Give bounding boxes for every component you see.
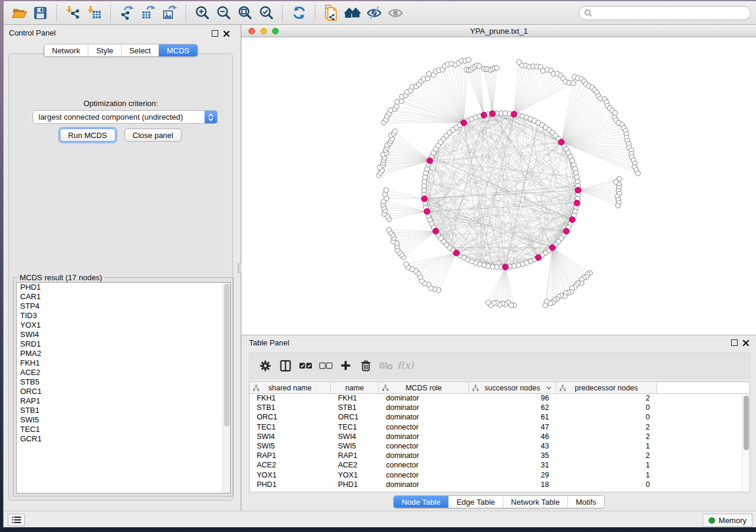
- table-cell-mcds-role[interactable]: dominator: [379, 451, 469, 461]
- table-cell-name[interactable]: SWI5: [331, 442, 379, 451]
- save-session-button[interactable]: [31, 4, 49, 22]
- zoom-selected-button[interactable]: [257, 4, 275, 22]
- table-cell-shared-name[interactable]: RAP1: [250, 451, 331, 461]
- table-row[interactable]: YOX1YOX1connector291: [250, 471, 749, 480]
- network-canvas[interactable]: [241, 37, 756, 335]
- mcds-hub-node[interactable]: [574, 200, 580, 206]
- table-cell-shared-name[interactable]: STB1: [250, 403, 331, 413]
- delete-column-button[interactable]: [356, 356, 376, 375]
- network-graph[interactable]: [241, 37, 756, 335]
- table-cell-name[interactable]: FKH1: [331, 394, 379, 403]
- table-settings-button[interactable]: [255, 356, 275, 375]
- table-cell-shared-name[interactable]: FKH1: [250, 394, 331, 403]
- table-cell-shared-name[interactable]: YOX1: [250, 471, 331, 480]
- column-header-shared-name[interactable]: shared name: [250, 382, 331, 393]
- select-all-columns-button[interactable]: [295, 356, 315, 375]
- zoom-out-button[interactable]: [215, 4, 232, 22]
- mcds-hub-node[interactable]: [454, 250, 460, 256]
- table-row[interactable]: ORC1ORC1dominator610: [250, 413, 749, 422]
- float-panel-icon[interactable]: [212, 30, 218, 37]
- table-cell-name[interactable]: PHD1: [331, 480, 379, 490]
- open-file-button[interactable]: [10, 4, 28, 22]
- mcds-hub-node[interactable]: [535, 255, 541, 261]
- table-cell-mcds-role[interactable]: dominator: [379, 403, 469, 413]
- tab-network-table[interactable]: Network Table: [503, 496, 567, 508]
- mcds-result-item[interactable]: RAP1: [17, 396, 230, 406]
- mcds-result-list[interactable]: PHD1CAR1STP4TID3YOX1SWI4SRD1PMA2FKH1ACE2…: [16, 282, 231, 493]
- mcds-hub-node[interactable]: [461, 120, 467, 126]
- mcds-hub-node[interactable]: [424, 209, 430, 214]
- table-row[interactable]: FKH1FKH1dominator962: [250, 394, 749, 403]
- table-cell-predecessor-nodes[interactable]: 1: [556, 471, 657, 480]
- table-row[interactable]: TEC1TEC1connector472: [250, 423, 749, 432]
- export-network-button[interactable]: [118, 4, 136, 22]
- table-cell-successor-nodes[interactable]: 29: [469, 471, 556, 480]
- table-cell-successor-nodes[interactable]: 18: [469, 480, 556, 490]
- table-cell-successor-nodes[interactable]: 43: [469, 442, 556, 451]
- mcds-result-item[interactable]: SWI5: [17, 415, 230, 425]
- mcds-hub-node[interactable]: [481, 112, 487, 118]
- table-cell-predecessor-nodes[interactable]: 2: [556, 394, 657, 403]
- table-cell-successor-nodes[interactable]: 35: [469, 451, 556, 461]
- tab-motifs[interactable]: Motifs: [567, 496, 604, 508]
- tab-network[interactable]: Network: [44, 44, 88, 56]
- table-cell-mcds-role[interactable]: connector: [379, 442, 469, 451]
- table-cell-name[interactable]: ACE2: [331, 461, 379, 470]
- import-table-button[interactable]: [85, 4, 103, 22]
- table-cell-shared-name[interactable]: SWI5: [250, 442, 331, 451]
- table-cell-name[interactable]: ORC1: [331, 413, 379, 422]
- column-header-predecessor-nodes[interactable]: predecessor nodes: [556, 382, 657, 393]
- mcds-result-item[interactable]: ACE2: [17, 368, 230, 377]
- table-cell-mcds-role[interactable]: dominator: [379, 432, 469, 442]
- add-column-button[interactable]: [336, 356, 356, 375]
- mcds-result-item[interactable]: GCR1: [17, 434, 230, 444]
- mcds-hub-node[interactable]: [575, 187, 581, 193]
- table-cell-mcds-role[interactable]: dominator: [379, 480, 469, 490]
- export-image-button[interactable]: [161, 4, 178, 22]
- table-cell-mcds-role[interactable]: dominator: [379, 394, 469, 403]
- table-row[interactable]: SWI4SWI4dominator462: [250, 432, 749, 442]
- mcds-hub-node[interactable]: [502, 264, 508, 270]
- close-table-panel-icon[interactable]: [742, 339, 750, 347]
- tab-edge-table[interactable]: Edge Table: [448, 496, 503, 508]
- table-cell-name[interactable]: SWI4: [331, 432, 379, 442]
- table-cell-predecessor-nodes[interactable]: 2: [556, 423, 657, 432]
- table-cell-successor-nodes[interactable]: 62: [469, 403, 556, 413]
- mcds-result-item[interactable]: CAR1: [17, 292, 230, 302]
- close-panel-button[interactable]: Close panel: [125, 129, 182, 142]
- mcds-result-item[interactable]: STB5: [17, 377, 230, 387]
- table-row[interactable]: RAP1RAP1dominator352: [250, 451, 749, 461]
- table-cell-predecessor-nodes[interactable]: 0: [556, 413, 657, 422]
- mcds-hub-node[interactable]: [489, 111, 495, 117]
- column-header-mcds-role[interactable]: MCDS role: [379, 382, 469, 393]
- mcds-result-item[interactable]: STB1: [17, 406, 230, 415]
- share-document-button[interactable]: [323, 4, 340, 22]
- hide-graphics-details-button[interactable]: [365, 4, 383, 22]
- home-button[interactable]: [344, 4, 362, 22]
- mcds-hub-node[interactable]: [511, 111, 517, 117]
- table-cell-shared-name[interactable]: SWI4: [250, 432, 331, 442]
- column-header-successor-nodes[interactable]: successor nodes: [469, 382, 556, 393]
- mcds-result-item[interactable]: PHD1: [17, 283, 230, 292]
- table-row[interactable]: PHD1PHD1dominator180: [250, 480, 749, 490]
- table-cell-shared-name[interactable]: TEC1: [250, 423, 331, 432]
- table-cell-name[interactable]: TEC1: [331, 423, 379, 432]
- mcds-result-item[interactable]: TID3: [17, 311, 230, 321]
- mcds-hub-node[interactable]: [433, 228, 439, 234]
- table-cell-successor-nodes[interactable]: 61: [469, 413, 556, 422]
- table-scrollbar[interactable]: [742, 394, 749, 492]
- run-mcds-button[interactable]: Run MCDS: [60, 129, 116, 142]
- mcds-result-item[interactable]: ORC1: [17, 387, 230, 396]
- zoom-fit-button[interactable]: [236, 4, 254, 22]
- tab-mcds[interactable]: MCDS: [158, 44, 197, 56]
- table-cell-successor-nodes[interactable]: 96: [469, 394, 556, 403]
- mcds-result-item[interactable]: FKH1: [17, 358, 230, 368]
- close-panel-icon[interactable]: [222, 30, 231, 38]
- deselect-all-columns-button[interactable]: [315, 356, 336, 375]
- tab-select[interactable]: Select: [121, 44, 158, 56]
- table-cell-predecessor-nodes[interactable]: 1: [556, 442, 657, 451]
- show-graphics-details-button[interactable]: [387, 4, 404, 22]
- import-network-button[interactable]: [64, 4, 82, 22]
- tab-node-table[interactable]: Node Table: [394, 496, 448, 508]
- mcds-hub-node[interactable]: [559, 139, 564, 145]
